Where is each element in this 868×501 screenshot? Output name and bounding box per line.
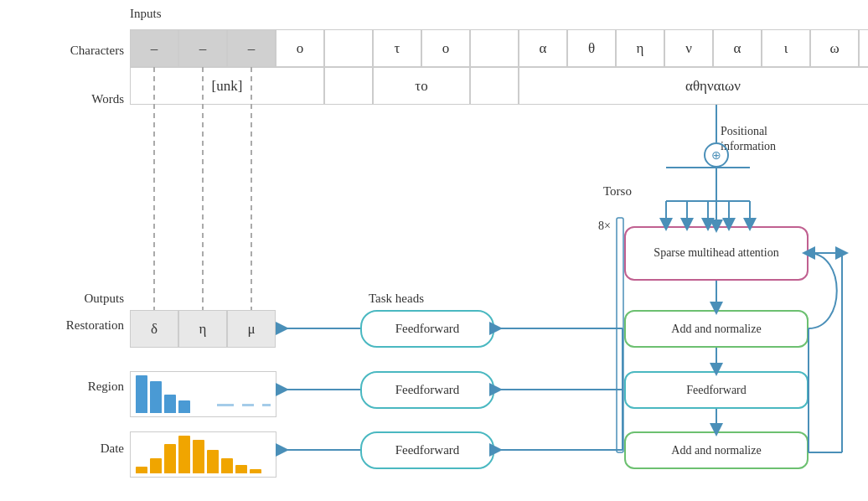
char-cell-11: ν	[664, 29, 713, 67]
region-bar-0	[136, 375, 147, 413]
date-bar-6	[221, 458, 233, 473]
date-bar-1	[150, 458, 162, 473]
region-bar-2	[164, 395, 176, 413]
ff-date-box: Feedforward	[360, 431, 494, 469]
region-label: Region	[0, 380, 124, 394]
char-cell-1: –	[178, 29, 227, 67]
sparse-attention-label: Sparse multihead attention	[654, 245, 778, 261]
date-bar-3	[178, 436, 190, 473]
add-norm-box-2: Add and normalize	[624, 431, 809, 469]
torso-label: Torso	[603, 184, 632, 199]
char-cell-2: –	[227, 29, 276, 67]
ff-region-box: Feedforward	[360, 371, 494, 409]
region-bar-3	[178, 400, 190, 413]
date-bar-7	[235, 465, 247, 473]
positional-label: Positionalinformation	[721, 124, 776, 154]
word-cell-space2	[470, 67, 519, 105]
char-cell-3: ο	[276, 29, 324, 67]
char-cell-14: ω	[810, 29, 859, 67]
char-cell-0: –	[130, 29, 178, 67]
date-bar-2	[164, 444, 176, 473]
char-cell-9: θ	[567, 29, 616, 67]
word-cell-athenaion: αθηναιων	[519, 67, 868, 105]
word-cell-unk: [unk]	[130, 67, 324, 105]
char-cell-5: τ	[373, 29, 421, 67]
words-row: [unk] τo αθηναιων	[130, 67, 868, 105]
date-bar-8	[250, 469, 261, 473]
region-dash-0	[217, 404, 234, 406]
char-cell-12: α	[713, 29, 762, 67]
inputs-label: Inputs	[130, 7, 162, 21]
restoration-cell-0: δ	[130, 310, 178, 348]
restoration-label: Restoration	[0, 318, 124, 333]
char-cell-8: α	[519, 29, 567, 67]
restoration-cell-1: η	[178, 310, 227, 348]
date-chart	[130, 431, 276, 478]
task-heads-label: Task heads	[369, 292, 424, 306]
words-label: Words	[0, 92, 124, 106]
add-norm-box-1: Add and normalize	[624, 310, 809, 348]
sparse-attention-box: Sparse multihead attention	[624, 226, 809, 281]
char-cell-15: ν	[859, 29, 868, 67]
diagram: Inputs Characters Words – – – ο τ ο α θ …	[0, 0, 868, 501]
torso-ff-box: Feedforward	[624, 371, 809, 409]
char-cell-4	[324, 29, 373, 67]
date-bar-0	[136, 467, 147, 473]
ff-restoration-box: Feedforward	[360, 310, 494, 348]
characters-label: Characters	[0, 44, 124, 58]
region-chart	[130, 371, 276, 417]
restoration-box: δ η μ	[130, 310, 276, 348]
svg-rect-28	[617, 218, 623, 452]
date-label: Date	[0, 442, 124, 456]
word-cell-space1	[324, 67, 373, 105]
date-bar-4	[193, 440, 204, 473]
char-cell-7	[470, 29, 519, 67]
word-cell-to: τo	[373, 67, 470, 105]
outputs-label: Outputs	[0, 292, 124, 306]
repeat-label: 8×	[598, 220, 611, 233]
region-bar-1	[150, 381, 162, 413]
char-cell-6: ο	[421, 29, 470, 67]
char-cell-10: η	[616, 29, 664, 67]
restoration-cell-2: μ	[227, 310, 276, 348]
region-dash-2	[262, 404, 271, 406]
region-dash-1	[242, 404, 254, 406]
char-cell-13: ι	[762, 29, 810, 67]
date-bar-5	[207, 450, 219, 473]
characters-row: – – – ο τ ο α θ η ν α ι ω ν	[130, 29, 868, 67]
